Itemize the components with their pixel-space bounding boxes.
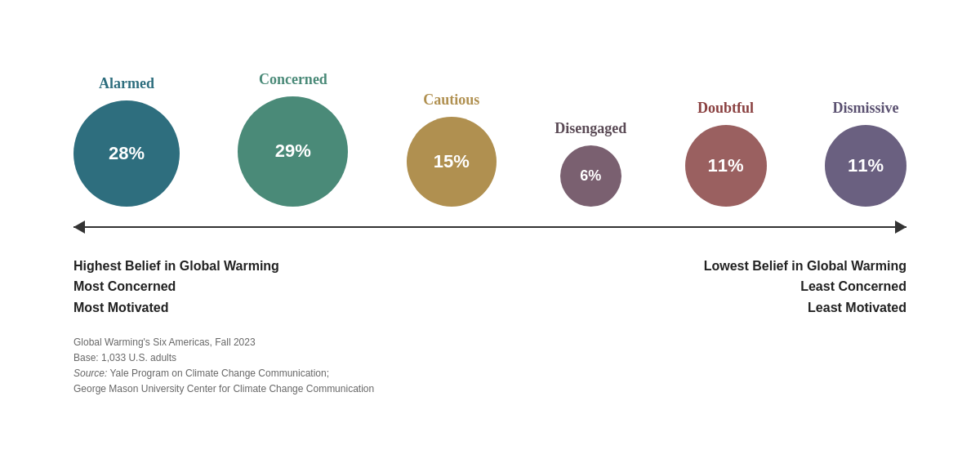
bubble-group-concerned: Concerned 29% [238,71,348,207]
left-label-line3: Most Motivated [74,297,279,319]
source-line4: George Mason University Center for Clima… [74,381,906,397]
left-label-line2: Most Concerned [74,276,279,297]
source-line3: Source: Yale Program on Climate Change C… [74,366,906,381]
left-description: Highest Belief in Global Warming Most Co… [74,256,279,319]
dismissive-bubble: 11% [825,125,906,207]
alarmed-percentage: 28% [109,143,145,164]
source-line2: Base: 1,033 U.S. adults [74,350,906,366]
left-label-line1: Highest Belief in Global Warming [74,256,279,277]
bubble-group-cautious: Cautious 15% [407,91,497,207]
bubble-group-disengaged: Disengaged 6% [555,120,626,207]
labels-row: Highest Belief in Global Warming Most Co… [74,256,906,319]
cautious-label: Cautious [423,91,479,109]
bubble-group-doubtful: Doubtful 11% [685,100,767,207]
bubble-group-dismissive: Dismissive 11% [825,100,906,207]
concerned-percentage: 29% [275,140,311,162]
alarmed-label: Alarmed [99,75,154,92]
bubble-group-alarmed: Alarmed 28% [74,75,180,207]
chart-container: Alarmed 28% Concerned 29% Cautious 15% D… [41,55,939,414]
cautious-percentage: 15% [434,151,470,172]
alarmed-bubble: 28% [74,100,180,207]
right-label-line2: Least Concerned [704,276,906,297]
dismissive-percentage: 11% [848,155,884,176]
bubbles-row: Alarmed 28% Concerned 29% Cautious 15% D… [74,71,906,207]
concerned-label: Concerned [259,71,327,88]
right-description: Lowest Belief in Global Warming Least Co… [704,256,906,319]
arrow-line [74,226,906,228]
right-label-line1: Lowest Belief in Global Warming [704,256,906,277]
source-line1: Global Warming's Six Americas, Fall 2023 [74,335,906,350]
doubtful-label: Doubtful [697,100,754,117]
source-italic-label: Source: [74,368,107,379]
doubtful-percentage: 11% [708,155,744,176]
dismissive-label: Dismissive [832,100,898,117]
doubtful-bubble: 11% [685,125,767,207]
source-section: Global Warming's Six Americas, Fall 2023… [74,335,906,398]
arrow-row [74,215,906,239]
disengaged-bubble: 6% [560,145,621,207]
source-line3-rest: Yale Program on Climate Change Communica… [107,368,329,379]
concerned-bubble: 29% [238,96,348,207]
cautious-bubble: 15% [407,117,497,207]
disengaged-percentage: 6% [580,167,601,185]
right-label-line3: Least Motivated [704,297,906,319]
disengaged-label: Disengaged [555,120,626,137]
